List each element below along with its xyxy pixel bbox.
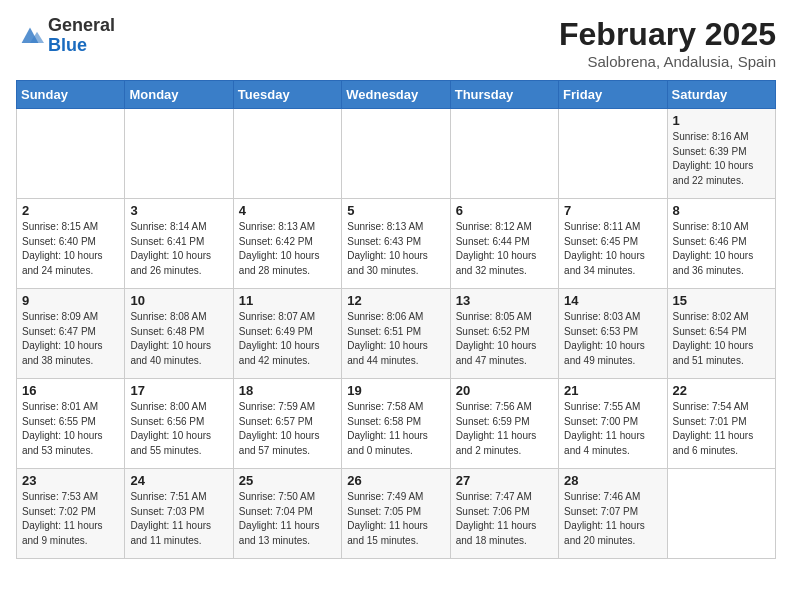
- calendar-cell: 17Sunrise: 8:00 AM Sunset: 6:56 PM Dayli…: [125, 379, 233, 469]
- logo-blue: Blue: [48, 35, 87, 55]
- calendar-cell: 27Sunrise: 7:47 AM Sunset: 7:06 PM Dayli…: [450, 469, 558, 559]
- day-number: 16: [22, 383, 119, 398]
- calendar-week-row: 23Sunrise: 7:53 AM Sunset: 7:02 PM Dayli…: [17, 469, 776, 559]
- day-info: Sunrise: 7:53 AM Sunset: 7:02 PM Dayligh…: [22, 490, 119, 548]
- calendar-cell: 11Sunrise: 8:07 AM Sunset: 6:49 PM Dayli…: [233, 289, 341, 379]
- weekday-header-wednesday: Wednesday: [342, 81, 450, 109]
- day-info: Sunrise: 8:10 AM Sunset: 6:46 PM Dayligh…: [673, 220, 770, 278]
- weekday-header-thursday: Thursday: [450, 81, 558, 109]
- day-info: Sunrise: 7:49 AM Sunset: 7:05 PM Dayligh…: [347, 490, 444, 548]
- day-info: Sunrise: 8:11 AM Sunset: 6:45 PM Dayligh…: [564, 220, 661, 278]
- day-number: 6: [456, 203, 553, 218]
- calendar-cell: 2Sunrise: 8:15 AM Sunset: 6:40 PM Daylig…: [17, 199, 125, 289]
- day-number: 27: [456, 473, 553, 488]
- calendar-cell: 24Sunrise: 7:51 AM Sunset: 7:03 PM Dayli…: [125, 469, 233, 559]
- calendar-cell: 14Sunrise: 8:03 AM Sunset: 6:53 PM Dayli…: [559, 289, 667, 379]
- day-number: 7: [564, 203, 661, 218]
- day-number: 3: [130, 203, 227, 218]
- day-number: 24: [130, 473, 227, 488]
- day-number: 14: [564, 293, 661, 308]
- calendar-cell: 9Sunrise: 8:09 AM Sunset: 6:47 PM Daylig…: [17, 289, 125, 379]
- weekday-header-monday: Monday: [125, 81, 233, 109]
- day-info: Sunrise: 8:13 AM Sunset: 6:43 PM Dayligh…: [347, 220, 444, 278]
- day-info: Sunrise: 8:07 AM Sunset: 6:49 PM Dayligh…: [239, 310, 336, 368]
- calendar-cell: [667, 469, 775, 559]
- calendar-cell: 28Sunrise: 7:46 AM Sunset: 7:07 PM Dayli…: [559, 469, 667, 559]
- weekday-header-sunday: Sunday: [17, 81, 125, 109]
- day-number: 20: [456, 383, 553, 398]
- day-info: Sunrise: 8:12 AM Sunset: 6:44 PM Dayligh…: [456, 220, 553, 278]
- calendar-cell: [17, 109, 125, 199]
- weekday-header-tuesday: Tuesday: [233, 81, 341, 109]
- calendar-cell: 4Sunrise: 8:13 AM Sunset: 6:42 PM Daylig…: [233, 199, 341, 289]
- calendar-cell: 15Sunrise: 8:02 AM Sunset: 6:54 PM Dayli…: [667, 289, 775, 379]
- logo-general: General: [48, 15, 115, 35]
- calendar-cell: 19Sunrise: 7:58 AM Sunset: 6:58 PM Dayli…: [342, 379, 450, 469]
- weekday-header-friday: Friday: [559, 81, 667, 109]
- day-number: 26: [347, 473, 444, 488]
- calendar-cell: 26Sunrise: 7:49 AM Sunset: 7:05 PM Dayli…: [342, 469, 450, 559]
- day-number: 10: [130, 293, 227, 308]
- day-info: Sunrise: 7:59 AM Sunset: 6:57 PM Dayligh…: [239, 400, 336, 458]
- day-info: Sunrise: 8:06 AM Sunset: 6:51 PM Dayligh…: [347, 310, 444, 368]
- calendar-cell: 3Sunrise: 8:14 AM Sunset: 6:41 PM Daylig…: [125, 199, 233, 289]
- calendar-title: February 2025: [559, 16, 776, 53]
- calendar-cell: 23Sunrise: 7:53 AM Sunset: 7:02 PM Dayli…: [17, 469, 125, 559]
- calendar-subtitle: Salobrena, Andalusia, Spain: [559, 53, 776, 70]
- day-number: 19: [347, 383, 444, 398]
- day-number: 15: [673, 293, 770, 308]
- day-number: 22: [673, 383, 770, 398]
- calendar-cell: 18Sunrise: 7:59 AM Sunset: 6:57 PM Dayli…: [233, 379, 341, 469]
- day-info: Sunrise: 7:55 AM Sunset: 7:00 PM Dayligh…: [564, 400, 661, 458]
- calendar-cell: 25Sunrise: 7:50 AM Sunset: 7:04 PM Dayli…: [233, 469, 341, 559]
- calendar-cell: 22Sunrise: 7:54 AM Sunset: 7:01 PM Dayli…: [667, 379, 775, 469]
- day-info: Sunrise: 8:13 AM Sunset: 6:42 PM Dayligh…: [239, 220, 336, 278]
- logo: General Blue: [16, 16, 115, 56]
- day-number: 9: [22, 293, 119, 308]
- day-info: Sunrise: 8:05 AM Sunset: 6:52 PM Dayligh…: [456, 310, 553, 368]
- logo-icon: [16, 22, 44, 50]
- day-number: 12: [347, 293, 444, 308]
- day-info: Sunrise: 8:14 AM Sunset: 6:41 PM Dayligh…: [130, 220, 227, 278]
- day-number: 5: [347, 203, 444, 218]
- calendar-header: SundayMondayTuesdayWednesdayThursdayFrid…: [17, 81, 776, 109]
- day-info: Sunrise: 8:16 AM Sunset: 6:39 PM Dayligh…: [673, 130, 770, 188]
- day-info: Sunrise: 8:00 AM Sunset: 6:56 PM Dayligh…: [130, 400, 227, 458]
- title-block: February 2025 Salobrena, Andalusia, Spai…: [559, 16, 776, 70]
- calendar-cell: 7Sunrise: 8:11 AM Sunset: 6:45 PM Daylig…: [559, 199, 667, 289]
- day-info: Sunrise: 8:09 AM Sunset: 6:47 PM Dayligh…: [22, 310, 119, 368]
- day-info: Sunrise: 8:03 AM Sunset: 6:53 PM Dayligh…: [564, 310, 661, 368]
- day-info: Sunrise: 8:15 AM Sunset: 6:40 PM Dayligh…: [22, 220, 119, 278]
- calendar-cell: 5Sunrise: 8:13 AM Sunset: 6:43 PM Daylig…: [342, 199, 450, 289]
- calendar-cell: [342, 109, 450, 199]
- day-info: Sunrise: 7:54 AM Sunset: 7:01 PM Dayligh…: [673, 400, 770, 458]
- day-info: Sunrise: 7:47 AM Sunset: 7:06 PM Dayligh…: [456, 490, 553, 548]
- calendar-cell: 6Sunrise: 8:12 AM Sunset: 6:44 PM Daylig…: [450, 199, 558, 289]
- calendar-cell: 10Sunrise: 8:08 AM Sunset: 6:48 PM Dayli…: [125, 289, 233, 379]
- day-info: Sunrise: 7:51 AM Sunset: 7:03 PM Dayligh…: [130, 490, 227, 548]
- calendar-cell: [233, 109, 341, 199]
- calendar-cell: [450, 109, 558, 199]
- calendar-cell: [125, 109, 233, 199]
- day-info: Sunrise: 8:02 AM Sunset: 6:54 PM Dayligh…: [673, 310, 770, 368]
- day-info: Sunrise: 8:08 AM Sunset: 6:48 PM Dayligh…: [130, 310, 227, 368]
- day-number: 13: [456, 293, 553, 308]
- calendar-cell: 8Sunrise: 8:10 AM Sunset: 6:46 PM Daylig…: [667, 199, 775, 289]
- calendar-week-row: 1Sunrise: 8:16 AM Sunset: 6:39 PM Daylig…: [17, 109, 776, 199]
- calendar-cell: 1Sunrise: 8:16 AM Sunset: 6:39 PM Daylig…: [667, 109, 775, 199]
- weekday-header-saturday: Saturday: [667, 81, 775, 109]
- calendar-cell: 16Sunrise: 8:01 AM Sunset: 6:55 PM Dayli…: [17, 379, 125, 469]
- calendar-table: SundayMondayTuesdayWednesdayThursdayFrid…: [16, 80, 776, 559]
- calendar-body: 1Sunrise: 8:16 AM Sunset: 6:39 PM Daylig…: [17, 109, 776, 559]
- calendar-week-row: 9Sunrise: 8:09 AM Sunset: 6:47 PM Daylig…: [17, 289, 776, 379]
- calendar-cell: 21Sunrise: 7:55 AM Sunset: 7:00 PM Dayli…: [559, 379, 667, 469]
- calendar-cell: 12Sunrise: 8:06 AM Sunset: 6:51 PM Dayli…: [342, 289, 450, 379]
- day-number: 11: [239, 293, 336, 308]
- day-number: 28: [564, 473, 661, 488]
- day-number: 17: [130, 383, 227, 398]
- day-number: 1: [673, 113, 770, 128]
- page-header: General Blue February 2025 Salobrena, An…: [16, 16, 776, 70]
- day-number: 8: [673, 203, 770, 218]
- calendar-cell: 20Sunrise: 7:56 AM Sunset: 6:59 PM Dayli…: [450, 379, 558, 469]
- day-info: Sunrise: 8:01 AM Sunset: 6:55 PM Dayligh…: [22, 400, 119, 458]
